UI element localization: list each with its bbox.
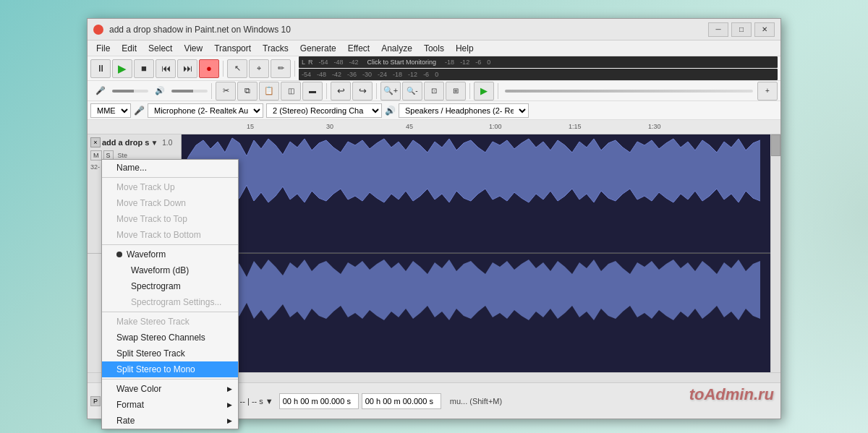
play-green-button[interactable]: ▶ xyxy=(474,82,494,100)
speaker-device-icon: 🔊 xyxy=(385,106,396,116)
tools-toolbar: 🎤 🔊 ✂ ⧉ 📋 ◫ ▬ ↩ ↪ 🔍+ 🔍- ⊡ ⊞ ▶ + xyxy=(88,81,780,101)
context-menu: Name... Move Track Up Move Track Down Mo… xyxy=(101,159,239,429)
toolbar2-sep-3 xyxy=(376,83,377,99)
menu-select[interactable]: Select xyxy=(142,42,178,55)
device-toolbar: MME 🎤 Microphone (2- Realtek Audio) 2 (S… xyxy=(88,101,780,120)
output-device-select[interactable]: Speakers / Headphones (2- Realt xyxy=(399,103,529,118)
ctx-split-stereo[interactable]: Split Stereo Track xyxy=(102,346,238,361)
tool-select[interactable]: ↖ xyxy=(227,59,247,78)
window-title: add a drop shadow in Paint.net on Window… xyxy=(109,25,708,35)
host-select[interactable]: MME xyxy=(90,103,131,118)
silence-button[interactable]: ▬ xyxy=(302,82,323,100)
track-title: add a drop s xyxy=(102,138,149,147)
zoom-project-button[interactable]: ⊞ xyxy=(446,82,466,100)
ctx-move-up: Move Track Up xyxy=(102,179,238,195)
tool-envelope[interactable]: ⌖ xyxy=(249,59,269,78)
title-bar: add a drop shadow in Paint.net on Window… xyxy=(88,19,780,40)
ctx-sep-1 xyxy=(102,177,238,178)
vertical-scrollbar[interactable] xyxy=(770,134,780,372)
tool-draw[interactable]: ✏ xyxy=(271,59,291,78)
speaker-icon: 🔊 xyxy=(150,82,170,100)
time-input-start[interactable] xyxy=(279,393,359,409)
expand-button[interactable]: + xyxy=(757,82,778,100)
ctx-wave-color[interactable]: Wave Color xyxy=(102,381,238,397)
timeline-mark-115: 1:15 xyxy=(569,123,582,130)
menu-tools[interactable]: Tools xyxy=(418,42,450,55)
waveform-lower xyxy=(182,254,770,373)
menu-generate[interactable]: Generate xyxy=(294,42,342,55)
waveform-svg-upper: // We'll create the waveform via inline … xyxy=(182,134,770,253)
menu-effect[interactable]: Effect xyxy=(342,42,375,55)
undo-button[interactable]: ↩ xyxy=(331,82,351,100)
close-button[interactable]: ✕ xyxy=(754,22,775,37)
ctx-format[interactable]: Format xyxy=(102,397,238,413)
stop-button[interactable]: ■ xyxy=(134,59,154,78)
ctx-move-top: Move Track to Top xyxy=(102,211,238,227)
ctx-split-stereo-mono[interactable]: Split Stereo to Mono xyxy=(102,361,238,377)
timeline-mark-100: 1:00 xyxy=(489,123,502,130)
ctx-spectrogram-settings: Spectrogram Settings... xyxy=(102,294,238,310)
ctx-move-down: Move Track Down xyxy=(102,195,238,211)
menu-bar: File Edit Select View Transport Tracks G… xyxy=(88,40,780,56)
input-device-select[interactable]: Microphone (2- Realtek Audio) xyxy=(148,103,263,118)
prev-button[interactable]: ⏮ xyxy=(156,59,176,78)
ctx-swap-stereo[interactable]: Swap Stereo Channels xyxy=(102,330,238,346)
status-message: mu... (Shift+M) xyxy=(444,397,778,406)
click-to-monitor[interactable]: Click to Start Monitoring xyxy=(367,59,437,66)
status-collapse-button[interactable]: P xyxy=(90,396,101,406)
output-volume-slider[interactable] xyxy=(171,90,208,93)
minimize-button[interactable]: ─ xyxy=(708,22,728,37)
ctx-move-bottom: Move Track to Bottom xyxy=(102,227,238,243)
menu-analyze[interactable]: Analyze xyxy=(375,42,418,55)
timeline-bar: 15 30 45 1:00 1:15 1:30 xyxy=(88,120,780,134)
copy-button[interactable]: ⧉ xyxy=(237,82,258,100)
trim-button[interactable]: ◫ xyxy=(281,82,301,100)
cut-button[interactable]: ✂ xyxy=(216,82,236,100)
mute-button[interactable]: M xyxy=(90,150,102,160)
ctx-spectrogram[interactable]: Spectrogram xyxy=(102,278,238,294)
menu-tracks[interactable]: Tracks xyxy=(257,42,294,55)
next-button[interactable]: ⏭ xyxy=(177,59,197,78)
record-button[interactable]: ● xyxy=(199,59,219,78)
channels-select[interactable]: 2 (Stereo) Recording Cha xyxy=(266,103,382,118)
ctx-name[interactable]: Name... xyxy=(102,160,238,176)
ctx-rate[interactable]: Rate xyxy=(102,413,238,429)
toolbar-sep-2 xyxy=(294,61,295,77)
mic-device-icon: 🎤 xyxy=(134,106,145,116)
time-input-end[interactable] xyxy=(362,393,441,409)
menu-edit[interactable]: Edit xyxy=(116,42,142,55)
track-close-button[interactable]: × xyxy=(90,137,101,147)
input-volume-slider[interactable] xyxy=(112,90,148,93)
toolbar2-sep-4 xyxy=(469,83,470,99)
ctx-waveform[interactable]: Waveform xyxy=(102,246,238,262)
maximize-button[interactable]: □ xyxy=(731,22,752,37)
play-button[interactable]: ▶ xyxy=(112,59,132,78)
menu-transport[interactable]: Transport xyxy=(208,42,257,55)
toolbar2-sep-2 xyxy=(326,83,327,99)
zoom-fit-button[interactable]: ⊡ xyxy=(424,82,444,100)
paste-button[interactable]: 📋 xyxy=(259,82,279,100)
playback-speed-slider[interactable] xyxy=(505,90,753,93)
window-controls: ─ □ ✕ xyxy=(708,22,775,37)
toolbar2-sep-5 xyxy=(498,83,498,99)
menu-view[interactable]: View xyxy=(178,42,208,55)
redo-button[interactable]: ↪ xyxy=(352,82,373,100)
zoom-out-button[interactable]: 🔍- xyxy=(402,82,422,100)
timeline-mark-30: 30 xyxy=(326,123,333,130)
ctx-sep-3 xyxy=(102,312,238,312)
transport-toolbar: ⏸ ▶ ■ ⏮ ⏭ ● ↖ ⌖ ✏ L R -54 -48 -42 Click … xyxy=(88,56,780,81)
scrollbar-thumb[interactable] xyxy=(771,134,780,156)
ctx-waveform-db[interactable]: Waveform (dB) xyxy=(102,262,238,278)
toolbar-sep-1 xyxy=(223,61,224,77)
waveform-radio-dot xyxy=(116,252,122,257)
pause-button[interactable]: ⏸ xyxy=(90,59,111,78)
toolbar2-sep-1 xyxy=(211,83,212,99)
waveform-area[interactable]: // We'll create the waveform via inline … xyxy=(182,134,770,372)
track-dropdown-button[interactable]: ▼ xyxy=(150,139,158,147)
timeline-mark-15: 15 xyxy=(247,123,254,130)
zoom-in-button[interactable]: 🔍+ xyxy=(380,82,401,100)
menu-help[interactable]: Help xyxy=(450,42,480,55)
menu-file[interactable]: File xyxy=(90,42,116,55)
ctx-make-stereo: Make Stereo Track xyxy=(102,314,238,330)
ctx-sep-4 xyxy=(102,379,238,380)
